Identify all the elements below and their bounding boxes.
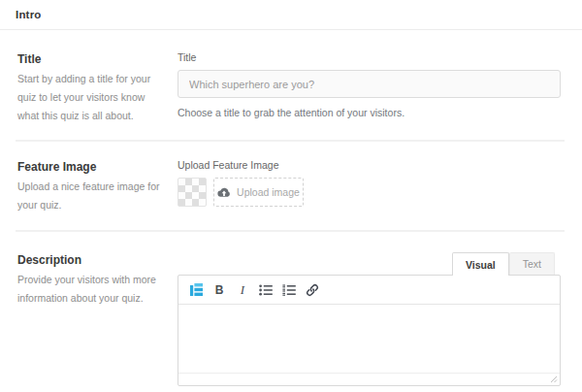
title-field-label: Title (178, 51, 561, 64)
numbered-list-icon (282, 284, 296, 296)
numbered-list-button[interactable] (277, 278, 301, 302)
page-header: Intro (0, 0, 582, 30)
section-description: Description Provide your visitors with m… (17, 232, 561, 386)
align-left-button[interactable] (184, 278, 208, 302)
cloud-upload-icon (217, 187, 231, 198)
link-icon (306, 283, 319, 297)
upload-image-label: Upload image (237, 186, 300, 198)
editor-tabs: Visual Text (178, 252, 561, 275)
link-button[interactable] (301, 278, 324, 302)
feature-image-heading: Feature Image (17, 159, 165, 175)
resize-grip-icon[interactable] (550, 376, 558, 383)
bold-button[interactable]: B (208, 278, 231, 302)
title-section-heading: Title (17, 51, 165, 67)
bullet-list-icon (259, 284, 273, 296)
description-editor: B I (178, 275, 561, 386)
intro-form: Title Start by adding a title for your q… (0, 30, 582, 386)
upload-image-button[interactable]: Upload image (213, 178, 304, 207)
editor-content[interactable] (178, 305, 560, 373)
tab-text[interactable]: Text (509, 252, 555, 275)
section-feature-image: Feature Image Upload a nice feature imag… (17, 142, 561, 230)
title-helper-text: Choose a title to grab the attention of … (178, 106, 561, 119)
description-heading: Description (17, 252, 165, 268)
upload-feature-image-label: Upload Feature Image (178, 159, 561, 172)
align-left-icon (190, 283, 203, 296)
feature-image-description: Upload a nice feature image for your qui… (17, 178, 165, 214)
editor-toolbar: B I (178, 276, 560, 305)
bullet-list-button[interactable] (254, 278, 277, 302)
feature-image-preview (178, 178, 207, 207)
title-input[interactable] (178, 70, 561, 98)
tab-visual[interactable]: Visual (452, 252, 509, 276)
description-description: Provide your visitors with more informat… (17, 271, 165, 308)
page-title: Intro (16, 9, 566, 20)
italic-button[interactable]: I (231, 278, 254, 302)
section-title: Title Start by adding a title for your q… (17, 30, 561, 140)
editor-statusbar (178, 373, 560, 385)
title-section-description: Start by adding a title for your quiz to… (17, 70, 165, 125)
